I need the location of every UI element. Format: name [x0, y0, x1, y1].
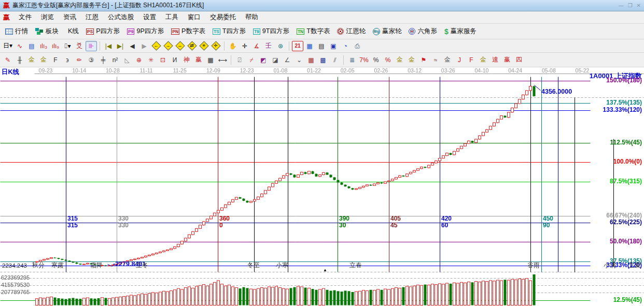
grid-123-button[interactable]: ▦ [205, 55, 216, 65]
level-table-button[interactable]: ≣ [346, 55, 358, 65]
angle-fan-button[interactable]: ∠ [282, 55, 293, 65]
last-page-button[interactable]: ▶| [115, 41, 126, 51]
prev-button[interactable]: ◀ [127, 41, 138, 51]
minimize-button[interactable]: — [619, 3, 624, 8]
kline-chart-canvas[interactable] [0, 67, 644, 306]
color-bars-button[interactable]: ⊪ [86, 41, 97, 51]
grid-blue-button[interactable]: ▩ [317, 55, 329, 65]
parallel-lines-button[interactable]: ⫽ [329, 55, 341, 65]
v-wave-button[interactable]: ⌄ [293, 55, 305, 65]
menu-item-7[interactable]: 窗口 [183, 11, 205, 23]
bars-3-button[interactable]: ılı₃ [38, 41, 49, 51]
gann-box-button[interactable]: ⍁ [234, 55, 245, 65]
info-doc-button[interactable]: ▤ [26, 41, 37, 51]
p-number-table-button[interactable]: PNP数字表 [168, 25, 208, 37]
p-square-button[interactable]: PSP四方形 [83, 25, 123, 37]
sectors-button[interactable]: 板块 [32, 25, 62, 37]
child-window-icon[interactable]: 赢 [2, 13, 14, 22]
menu-item-1[interactable]: 浏览 [36, 11, 59, 23]
maximize-button[interactable]: ❐ [628, 3, 633, 8]
gold-ruler-2-button[interactable]: 金 [38, 55, 49, 65]
winner-wheel-button[interactable]: Big赢家轮 [370, 25, 405, 37]
menu-item-2[interactable]: 资讯 [59, 11, 81, 23]
star-burst-button[interactable]: ✳ [145, 55, 157, 65]
f-line-button[interactable]: F [466, 55, 477, 65]
winner-service-button[interactable]: $赢家服务 [441, 25, 480, 37]
wave-channel-button[interactable]: ≈ [430, 55, 441, 65]
gold-ruler-1-button[interactable]: 金 [26, 55, 37, 65]
next-button[interactable]: ▶ [138, 41, 150, 51]
hand-tool-button[interactable]: ✋ [227, 41, 239, 51]
grid-red-button[interactable]: ▦ [305, 55, 317, 65]
bars-9-button[interactable]: ılı₉ [50, 41, 61, 51]
fan-red-button[interactable]: ⌿ [246, 55, 257, 65]
notes-button[interactable]: ▤ [316, 41, 327, 51]
menu-item-4[interactable]: 公式选股 [103, 11, 138, 23]
percent-button[interactable]: % [370, 55, 382, 65]
percent-lines-button[interactable]: % [382, 55, 394, 65]
gann-tool-purple-button[interactable]: 壬 [263, 41, 274, 51]
zoom-reset-diamond[interactable]: ✛ [210, 41, 221, 51]
t-number-table-button[interactable]: TNT数字表 [293, 25, 333, 37]
circle-target-button[interactable]: ⊕ [133, 55, 145, 65]
n-squared-button[interactable]: n² [109, 55, 121, 65]
hexagon-button[interactable]: 六角形 [405, 25, 440, 37]
save-button[interactable]: ▣ [328, 41, 339, 51]
crosshair-button[interactable]: ✛ [239, 41, 250, 51]
flag-pen-button[interactable]: ⚑ [418, 55, 429, 65]
menu-item-0[interactable]: 文件 [14, 11, 36, 23]
close-button[interactable]: ✕ [637, 3, 641, 8]
menu-item-9[interactable]: 帮助 [241, 11, 263, 23]
gold-fan-button[interactable]: 金 [442, 55, 453, 65]
pattern-button[interactable]: 爻 [74, 41, 85, 51]
fan-box-button[interactable]: ◪ [270, 55, 281, 65]
f-ruler-button[interactable]: F [50, 55, 61, 65]
zoom-all-diamond[interactable]: ✳ [198, 41, 209, 51]
ruler-2-button[interactable]: ╪ [97, 55, 109, 65]
candle-style-dropdown[interactable]: ⌷▾ [62, 41, 73, 51]
cycle-3-button[interactable]: ③ [86, 55, 97, 65]
pen-2-button[interactable]: ✏ [74, 55, 85, 65]
wave-chart-button[interactable]: ∿ [14, 41, 25, 51]
period-day-dropdown[interactable]: 日▾ [2, 41, 13, 51]
calendar-21-button[interactable]: 21 [292, 41, 303, 51]
draw-pen-button[interactable]: ✎ [2, 55, 13, 65]
fan-box-purple-button[interactable]: ◩ [258, 55, 269, 65]
kline-button[interactable]: K线 [63, 25, 82, 37]
angle-ruler-button[interactable]: ◺ [121, 55, 133, 65]
ying-levels-button[interactable]: 赢 [501, 55, 513, 65]
j-line-button[interactable]: J [454, 55, 465, 65]
menu-item-5[interactable]: 设置 [138, 11, 161, 23]
menu-item-6[interactable]: 工具 [161, 11, 183, 23]
gold-circle-button[interactable]: 金 [394, 55, 405, 65]
wave-marks-button[interactable]: И [169, 55, 180, 65]
percent-7-button[interactable]: 7% [358, 55, 370, 65]
speed-line-button[interactable]: 速 [489, 55, 501, 65]
expand-diamond[interactable]: ↔ [174, 41, 186, 51]
smart-tool-button[interactable]: ⊛ [275, 41, 286, 51]
quotes-button[interactable]: 行情 [2, 25, 31, 37]
menu-item-8[interactable]: 交易委托 [205, 11, 241, 23]
ying-tool-button[interactable]: 赢 [193, 55, 204, 65]
width-measure-button[interactable]: ⟷ [217, 55, 228, 65]
gold-angle-button[interactable]: 金 [478, 55, 489, 65]
t-square-button[interactable]: TST四方形 [209, 25, 249, 37]
menu-item-3[interactable]: 江恩 [81, 11, 103, 23]
chart-clock-button[interactable]: ◔ [340, 41, 351, 51]
shen-tool-button[interactable]: 神 [181, 55, 192, 65]
calculator-button[interactable]: ▦ [304, 41, 315, 51]
gold-levels-button[interactable]: 金 [406, 55, 417, 65]
ruler-ticks-button[interactable]: ╫ [14, 55, 25, 65]
print-button[interactable]: ⎙ [352, 41, 363, 51]
angle-measure-button[interactable]: ∡ [251, 41, 262, 51]
four-line-button[interactable]: 四 [513, 55, 525, 65]
shift-left-diamond[interactable]: ← [150, 41, 162, 51]
9t-square-button[interactable]: T99T四方形 [250, 25, 292, 37]
box-burst-button[interactable]: ⊡ [157, 55, 169, 65]
compress-diamond[interactable]: ⇄ [186, 41, 198, 51]
first-page-button[interactable]: |◀ [103, 41, 114, 51]
arc-tool-button[interactable]: ϶ [62, 55, 73, 65]
9p-square-button[interactable]: P99P四方形 [124, 25, 167, 37]
shift-right-diamond[interactable]: → [162, 41, 174, 51]
gann-wheel-button[interactable]: 江恩轮 [334, 25, 369, 37]
